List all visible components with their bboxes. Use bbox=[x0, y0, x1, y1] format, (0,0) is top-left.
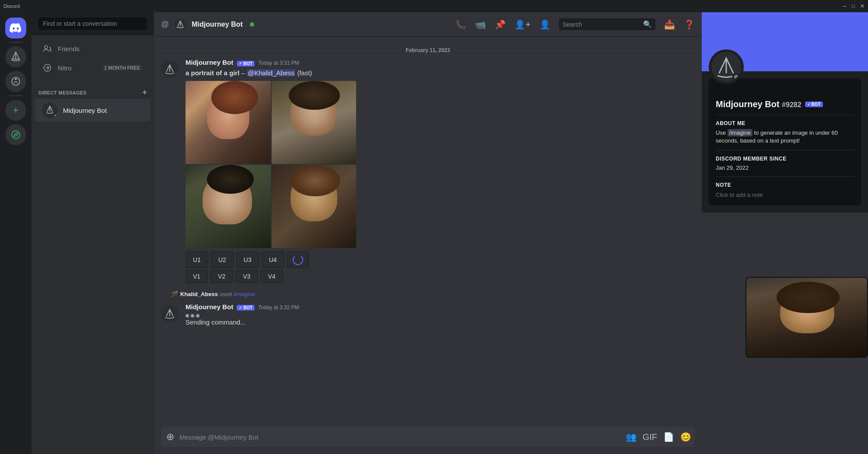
discord-home-button[interactable] bbox=[5, 17, 26, 38]
people-icon[interactable]: 👥 bbox=[626, 432, 637, 442]
profile-bot-badge: ✓ BOT bbox=[805, 101, 823, 107]
search-icon: 🔍 bbox=[643, 20, 652, 28]
dm-search-bar[interactable] bbox=[32, 12, 154, 35]
add-member-icon[interactable]: 👤+ bbox=[514, 19, 531, 30]
v1-button[interactable]: V1 bbox=[186, 270, 208, 283]
app-body: + Friends bbox=[0, 12, 868, 454]
video-icon[interactable]: 📹 bbox=[475, 19, 486, 30]
maximize-button[interactable]: □ bbox=[852, 3, 855, 9]
sticker-icon[interactable]: 📄 bbox=[663, 432, 674, 442]
message-author-2: Midjourney Bot bbox=[186, 303, 233, 311]
channel-at-icon: @ bbox=[161, 20, 169, 29]
main-content: @ Midjourney Bot 📞 📹 📌 👤+ 👤 bbox=[154, 12, 702, 454]
about-me-text: Use /imagine to generate an image in und… bbox=[716, 129, 854, 145]
portrait-image-4[interactable] bbox=[272, 165, 356, 248]
search-box[interactable]: 🔍 bbox=[559, 18, 655, 30]
note-input[interactable] bbox=[716, 192, 854, 198]
dm-profile-icon[interactable]: 👤 bbox=[539, 19, 550, 30]
channel-avatar bbox=[174, 18, 186, 31]
close-button[interactable]: ✕ bbox=[860, 3, 864, 9]
message-input[interactable] bbox=[179, 428, 622, 446]
profile-divider-3 bbox=[716, 176, 854, 177]
user-status-indicator bbox=[53, 114, 58, 118]
action-buttons-row2: V1 V2 V3 V4 bbox=[186, 270, 369, 283]
action-buttons-row1: U1 U2 U3 U4 bbox=[186, 251, 369, 268]
v4-button[interactable]: V4 bbox=[260, 270, 283, 283]
messages-area[interactable]: February 11, 2023 Midjourney Bot ✓ bbox=[154, 37, 702, 427]
right-column: Midjourney Bot #9282 ✓ BOT ABOUT ME Use … bbox=[702, 12, 868, 454]
about-me-title: ABOUT ME bbox=[716, 120, 854, 126]
sidebar-divider-2 bbox=[9, 95, 23, 96]
icon-sidebar: + bbox=[0, 12, 32, 454]
u2-button[interactable]: U2 bbox=[211, 251, 234, 268]
message-content-1: a portrait of a girl – @Khalid_Abess (fa… bbox=[186, 68, 695, 77]
message-timestamp-2: Today at 3:32 PM bbox=[258, 304, 299, 311]
dot-1 bbox=[186, 314, 189, 318]
server-ai-button[interactable] bbox=[5, 71, 26, 92]
app-title: Discord bbox=[4, 3, 20, 9]
u1-button[interactable]: U1 bbox=[186, 251, 208, 268]
dm-user-midjourney[interactable]: Midjourney Bot bbox=[35, 99, 150, 122]
svg-point-2 bbox=[12, 131, 20, 139]
pin-icon[interactable]: 📌 bbox=[495, 19, 506, 30]
message-add-button[interactable]: ⊕ bbox=[164, 427, 176, 447]
sending-text: Sending command... bbox=[186, 318, 246, 326]
svg-point-3 bbox=[45, 46, 48, 49]
refresh-button[interactable] bbox=[287, 251, 309, 268]
message-group-1: Midjourney Bot ✓ BOT Today at 3:31 PM a … bbox=[154, 57, 702, 285]
portrait-image-1[interactable] bbox=[186, 81, 271, 164]
refresh-icon bbox=[293, 255, 303, 265]
search-input[interactable] bbox=[563, 21, 640, 28]
date-divider: February 11, 2023 bbox=[154, 44, 702, 57]
gif-icon[interactable]: GIF bbox=[643, 432, 657, 442]
portrait-image-3[interactable] bbox=[186, 165, 271, 248]
command-used-text: Khalid_Abess used /imagine bbox=[180, 291, 255, 297]
channel-status-dot bbox=[250, 22, 254, 27]
message-header-1: Midjourney Bot ✓ BOT Today at 3:31 PM bbox=[186, 59, 695, 66]
friends-nav-item[interactable]: Friends bbox=[35, 39, 150, 58]
v3-button[interactable]: V3 bbox=[235, 270, 258, 283]
message-mention: @Khalid_Abess bbox=[247, 69, 295, 77]
video-content bbox=[746, 278, 867, 357]
v2-button[interactable]: V2 bbox=[210, 270, 233, 283]
help-icon[interactable]: ❓ bbox=[684, 19, 695, 30]
video-overlay bbox=[746, 277, 868, 358]
nitro-nav-item[interactable]: Nitro 1 MONTH FREE bbox=[35, 58, 150, 77]
svg-point-1 bbox=[15, 78, 17, 80]
dm-add-button[interactable]: + bbox=[142, 88, 147, 97]
portrait-image-2[interactable] bbox=[272, 81, 356, 164]
u4-button[interactable]: U4 bbox=[262, 251, 284, 268]
window-controls[interactable]: ─ □ ✕ bbox=[843, 3, 864, 9]
member-since-date: Jan 29, 2022 bbox=[716, 164, 854, 171]
dot-2 bbox=[191, 314, 194, 318]
inbox-icon[interactable]: 📥 bbox=[664, 19, 675, 30]
dm-sidebar: Friends Nitro 1 MONTH FREE D bbox=[32, 12, 154, 454]
friends-label: Friends bbox=[58, 45, 80, 52]
profile-banner bbox=[702, 12, 868, 71]
emoji-icon[interactable]: 😊 bbox=[680, 432, 691, 442]
profile-divider-1 bbox=[716, 115, 854, 115]
message-input-bar: ⊕ 👥 GIF 📄 😊 bbox=[154, 427, 702, 454]
channel-tools: 📞 📹 📌 👤+ 👤 🔍 📥 ❓ bbox=[455, 18, 695, 30]
message-avatar-1 bbox=[161, 60, 178, 78]
message-tag: (fast) bbox=[297, 69, 312, 77]
dm-user-name: Midjourney Bot bbox=[63, 107, 107, 114]
dm-search-input[interactable] bbox=[38, 17, 147, 30]
image-grid bbox=[186, 81, 356, 248]
profile-divider-2 bbox=[716, 150, 854, 150]
server-sailboat-button[interactable] bbox=[5, 46, 26, 67]
add-server-button[interactable]: + bbox=[5, 100, 26, 121]
message-content-2: Sending command... bbox=[186, 312, 695, 327]
call-icon[interactable]: 📞 bbox=[455, 19, 466, 30]
command-user: Khalid_Abess bbox=[180, 291, 218, 297]
highlight-command: /imagine bbox=[728, 129, 752, 136]
u3-button[interactable]: U3 bbox=[236, 251, 259, 268]
profile-username: Midjourney Bot #9282 ✓ BOT bbox=[716, 99, 854, 109]
dm-section-label: DIRECT MESSAGES bbox=[38, 90, 87, 95]
minimize-button[interactable]: ─ bbox=[843, 3, 847, 9]
message-header-2: Midjourney Bot ✓ BOT Today at 3:32 PM bbox=[186, 303, 695, 311]
explore-button[interactable] bbox=[5, 124, 26, 145]
nitro-badge: 1 MONTH FREE bbox=[101, 64, 144, 71]
wand-icon: 🪄 bbox=[172, 291, 178, 297]
message-input-tools: 👥 GIF 📄 😊 bbox=[626, 432, 691, 442]
